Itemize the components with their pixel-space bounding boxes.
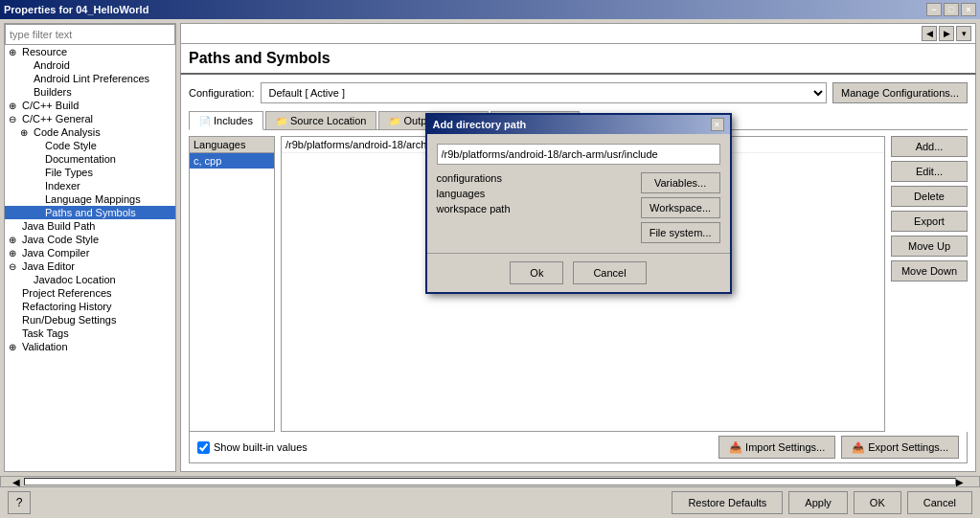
dialog-close-button[interactable]: × [711,118,724,131]
dialog-overlay: Add directory path × configurations [181,75,975,471]
window-controls: − □ × [926,3,976,16]
sidebar-item-java-build-path[interactable]: Java Build Path [5,219,175,233]
scroll-track[interactable] [24,478,956,485]
sidebar-item-cpp-build[interactable]: ⊕ C/C++ Build [5,99,175,112]
dialog-title-text: Add directory path [433,119,527,130]
close-button[interactable]: × [961,3,976,16]
sidebar-item-cpp-general[interactable]: ⊖ C/C++ General [5,112,175,125]
content-area: ⊕ Resource Android Android Lint Preferen… [0,19,980,476]
file-system-button[interactable]: File system... [641,222,720,243]
sidebar-item-run-debug[interactable]: Run/Debug Settings [5,313,175,327]
sidebar-item-documentation[interactable]: Documentation [5,152,175,166]
sidebar-item-resource[interactable]: ⊕ Resource [5,45,175,58]
help-button[interactable]: ? [8,491,31,514]
footer-right: Restore Defaults Apply OK Cancel [672,491,972,514]
sidebar-item-task-tags[interactable]: Task Tags [5,327,175,340]
variables-button[interactable]: Variables... [641,172,720,193]
dialog-cancel-button[interactable]: Cancel [573,261,646,284]
dialog-path-input[interactable] [437,144,720,165]
sidebar-item-android[interactable]: Android [5,58,175,72]
dialog-configurations-label: configurations [437,172,503,184]
sidebar-item-builders[interactable]: Builders [5,85,175,99]
apply-button[interactable]: Apply [788,491,848,514]
add-directory-dialog: Add directory path × configurations [425,113,732,294]
dialog-languages-row: languages [437,188,633,199]
sidebar-item-refactoring-history[interactable]: Refactoring History [5,300,175,313]
cancel-button[interactable]: Cancel [907,491,972,514]
dialog-content-row: configurations languages workspace path [437,172,720,243]
dialog-footer: Ok Cancel [427,253,730,292]
dialog-workspace-row: workspace path [437,203,633,214]
sidebar-item-javadoc-location[interactable]: Javadoc Location [5,273,175,286]
sidebar-item-file-types[interactable]: File Types [5,166,175,179]
footer: ? Restore Defaults Apply OK Cancel [0,487,980,518]
sidebar-item-java-editor[interactable]: ⊖ Java Editor [5,259,175,273]
minimize-button[interactable]: − [926,3,942,16]
left-panel: ⊕ Resource Android Android Lint Preferen… [4,23,176,472]
window-title: Properties for 04_HelloWorld [4,4,148,15]
sidebar-item-indexer[interactable]: Indexer [5,179,175,192]
dialog-body: configurations languages workspace path [427,134,730,253]
filter-input[interactable] [5,24,175,45]
dialog-workspace-label: workspace path [437,203,511,214]
sidebar-item-code-analysis[interactable]: ⊕ Code Analysis [5,125,175,139]
sidebar-item-project-references[interactable]: Project References [5,286,175,300]
dialog-config-row: configurations [437,172,633,184]
scroll-right[interactable]: ▶ [956,477,968,487]
back-button[interactable]: ◀ [922,26,937,41]
dialog-languages-label: languages [437,188,486,199]
forward-button[interactable]: ▶ [939,26,954,41]
ok-button[interactable]: OK [854,491,901,514]
footer-left: ? [8,491,31,514]
sidebar-item-code-style[interactable]: Code Style [5,139,175,152]
sidebar-item-paths-and-symbols[interactable]: Paths and Symbols [5,206,175,219]
workspace-button[interactable]: Workspace... [641,197,720,218]
title-bar: Properties for 04_HelloWorld − □ × [0,0,980,19]
maximize-button[interactable]: □ [944,3,959,16]
main-container: ⊕ Resource Android Android Lint Preferen… [0,19,980,518]
menu-button[interactable]: ▾ [956,26,971,41]
dialog-ok-button[interactable]: Ok [510,261,563,284]
right-panel: ◀ ▶ ▾ Paths and Symbols Configuration: D… [180,23,976,472]
dialog-side-buttons: Variables... Workspace... File system... [641,172,720,243]
panel-body: Configuration: Default [ Active ] Manage… [180,75,976,472]
horizontal-scrollbar: ◀ ▶ [0,476,980,487]
panel-title: Paths and Symbols [180,43,976,75]
sidebar-item-validation[interactable]: ⊕ Validation [5,340,175,353]
toolbar: ◀ ▶ ▾ [180,23,976,43]
scroll-left[interactable]: ◀ [12,477,24,487]
sidebar-item-java-compiler[interactable]: ⊕ Java Compiler [5,246,175,259]
dialog-labels: configurations languages workspace path [437,172,633,243]
sidebar-item-java-code-style[interactable]: ⊕ Java Code Style [5,233,175,246]
sidebar-item-language-mappings[interactable]: Language Mappings [5,192,175,206]
dialog-title-bar: Add directory path × [427,115,730,134]
sidebar-item-android-lint[interactable]: Android Lint Preferences [5,72,175,85]
restore-defaults-button[interactable]: Restore Defaults [672,491,783,514]
